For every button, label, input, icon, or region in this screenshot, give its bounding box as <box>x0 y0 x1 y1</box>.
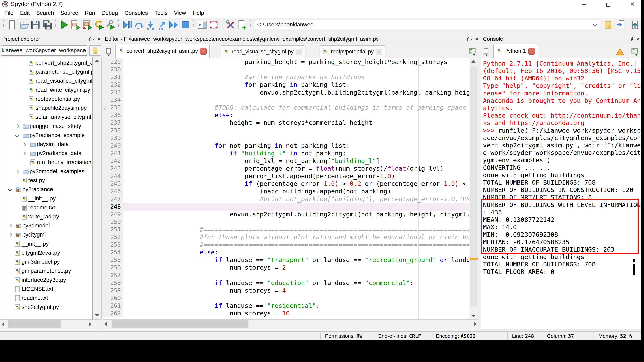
workspace-combo[interactable]: kianwee_work\spyder_workspace <box>1 45 87 55</box>
project-tree-hscrollbar[interactable] <box>0 319 102 329</box>
code-editor[interactable]: 229 parking_height = parking_storey_heig… <box>102 58 478 319</box>
editor-vscrollbar[interactable] <box>469 58 478 319</box>
debug-icon[interactable] <box>121 19 133 30</box>
menu-debug[interactable]: Debug <box>98 10 121 16</box>
tree-item-solar-analyse-citygml-py[interactable]: solar_analyse_citygml.py <box>0 113 92 122</box>
tree-item-py2radiance[interactable]: py2radiance <box>0 185 92 194</box>
minimize-button[interactable]: – <box>577 0 591 8</box>
console-options-icon[interactable] <box>629 47 640 57</box>
chevron-right-icon[interactable] <box>8 224 12 228</box>
menu-search[interactable]: Search <box>33 10 57 16</box>
browse-tabs-icon[interactable] <box>481 47 492 57</box>
tab-close-icon[interactable]: × <box>528 48 535 54</box>
tab-close-icon[interactable]: × <box>296 49 302 55</box>
tree-item-test-py[interactable]: test.py <box>0 176 92 185</box>
splitter-left[interactable] <box>102 34 102 329</box>
tree-item-read-write-citygml-py[interactable]: read_write_citygml.py <box>0 86 92 95</box>
tree-item-readme-txt[interactable]: readme.txt <box>0 294 92 303</box>
maximize-button[interactable]: ◻ <box>601 0 615 8</box>
parent-dir-icon[interactable] <box>629 19 641 30</box>
tree-item-parameterise-citygml-py[interactable]: parameterise_citygml.py <box>0 67 92 77</box>
close-button[interactable]: ✕ <box>625 0 639 8</box>
tree-item-read-visualise-citygml-py[interactable]: read_visualise_citygml.py <box>0 77 92 86</box>
run-cell-icon[interactable] <box>70 19 81 30</box>
tree-item-write-rad-py[interactable]: write_rad.py <box>0 212 92 221</box>
tree-item-interface2py3d-py[interactable]: interface2py3d.py <box>0 276 92 285</box>
tab-roofpvpotential-py[interactable]: roofpvpotential.py× <box>320 45 386 58</box>
menu-file[interactable]: File <box>1 10 17 16</box>
console-output[interactable]: Python 2.7.11 |Continuum Analytics, Inc.… <box>481 58 641 329</box>
tab-read-visualise-citygml-py[interactable]: read_visualise_citygml.py× <box>220 45 306 58</box>
project-tree-vscrollbar[interactable] <box>92 57 102 319</box>
chevron-down-icon[interactable] <box>591 20 599 28</box>
step-out-icon[interactable] <box>156 19 168 30</box>
save-icon[interactable] <box>30 19 41 30</box>
tree-item-convert-shp2citygml-asim-py[interactable]: convert_shp2citygml_asim.py <box>0 58 92 67</box>
run-config-icon[interactable] <box>104 19 116 30</box>
workspace-folder-button[interactable] <box>89 45 101 55</box>
tree-item-run-hourly-irradiation-[interactable]: run_hourly_irradiation_ <box>0 158 92 167</box>
tree-item-py3dmodel-examples[interactable]: py3dmodel_examples <box>0 167 92 176</box>
float-pane-icon[interactable] <box>89 36 94 42</box>
working-directory-combo[interactable] <box>254 20 600 29</box>
chevron-right-icon[interactable] <box>8 233 12 237</box>
chevron-down-icon[interactable] <box>8 188 12 192</box>
menu-tools[interactable]: Tools <box>151 10 170 16</box>
layout-icon[interactable] <box>196 19 208 30</box>
tree-item-shapefile2daysim-py[interactable]: shapefile2daysim.py <box>0 104 92 113</box>
chevron-down-icon[interactable] <box>15 133 19 137</box>
browse-tabs-icon[interactable] <box>104 47 114 57</box>
chevron-right-icon[interactable] <box>22 142 26 146</box>
tab-close-icon[interactable]: × <box>376 49 382 55</box>
chevron-right-icon[interactable] <box>15 124 19 128</box>
float-pane-icon[interactable] <box>467 36 472 42</box>
maximize-pane-icon[interactable] <box>208 19 220 30</box>
pythonpath-icon[interactable] <box>236 19 248 30</box>
tree-item-citygml2eval-py[interactable]: citygml2eval.py <box>0 249 92 258</box>
menu-edit[interactable]: Edit <box>17 10 33 16</box>
tab-python-1[interactable]: Python 1× <box>493 44 538 58</box>
tools-icon[interactable] <box>225 19 236 30</box>
set-console-wd-icon[interactable] <box>616 19 628 30</box>
open-file-icon[interactable] <box>18 19 30 30</box>
menu-source[interactable]: Source <box>57 10 82 16</box>
tree-item-py2radiance-data[interactable]: py2radiance_data <box>0 149 92 158</box>
tree-item--init-py[interactable]: __init__.py <box>0 240 92 249</box>
warning-icon[interactable] <box>615 47 625 57</box>
tree-item-readme-txt[interactable]: readme.txt <box>0 203 92 212</box>
tree-item-license-txt[interactable]: LICENSE.txt <box>0 285 92 294</box>
new-file-icon[interactable] <box>6 19 18 30</box>
step-into-icon[interactable] <box>145 19 156 30</box>
menu-consoles[interactable]: Consoles <box>121 10 151 16</box>
working-dir-icon[interactable] <box>602 19 614 30</box>
tree-item-pycitygml[interactable]: pycitygml <box>0 231 92 240</box>
tree-item-gmlparameterise-py[interactable]: gmlparameterise.py <box>0 267 92 276</box>
stop-icon[interactable] <box>180 19 191 30</box>
tree-item-punggol-case-study[interactable]: punggol_case_study <box>0 122 92 131</box>
menu-help[interactable]: Help <box>189 10 208 16</box>
tree-item-daysim-data[interactable]: daysim_data <box>0 140 92 149</box>
tree-item-gml3dmodel-py[interactable]: gml3dmodel.py <box>0 258 92 267</box>
splitter-right[interactable] <box>480 34 481 329</box>
editor-options-icon[interactable] <box>467 47 478 57</box>
run-cell-advance-icon[interactable] <box>81 19 93 30</box>
tree-item-py2radiance-example[interactable]: py2radiance_example <box>0 131 92 140</box>
menu-run[interactable]: Run <box>82 10 98 16</box>
save-all-icon[interactable] <box>41 19 53 30</box>
tab-close-icon[interactable]: × <box>200 48 206 54</box>
continue-icon[interactable] <box>168 19 180 30</box>
chevron-right-icon[interactable] <box>22 151 26 155</box>
menu-view[interactable]: View <box>171 10 189 16</box>
editor-hscrollbar[interactable] <box>102 319 478 329</box>
working-directory-input[interactable] <box>257 20 588 29</box>
chevron-right-icon[interactable] <box>15 170 19 174</box>
close-pane-icon[interactable]: × <box>97 36 100 42</box>
step-over-icon[interactable] <box>133 19 145 30</box>
float-pane-icon[interactable] <box>628 36 633 42</box>
rerun-icon[interactable] <box>93 19 104 30</box>
tab-convert-shp2citygml-asim-py[interactable]: convert_shp2citygml_asim.py× <box>116 44 210 58</box>
tree-item-roofpvpotential-py[interactable]: roofpvpotential.py <box>0 95 92 104</box>
run-icon[interactable] <box>58 19 70 30</box>
close-pane-icon[interactable]: × <box>476 36 478 42</box>
tree-item-shp2citygml-py[interactable]: shp2citygml.py <box>0 303 92 312</box>
